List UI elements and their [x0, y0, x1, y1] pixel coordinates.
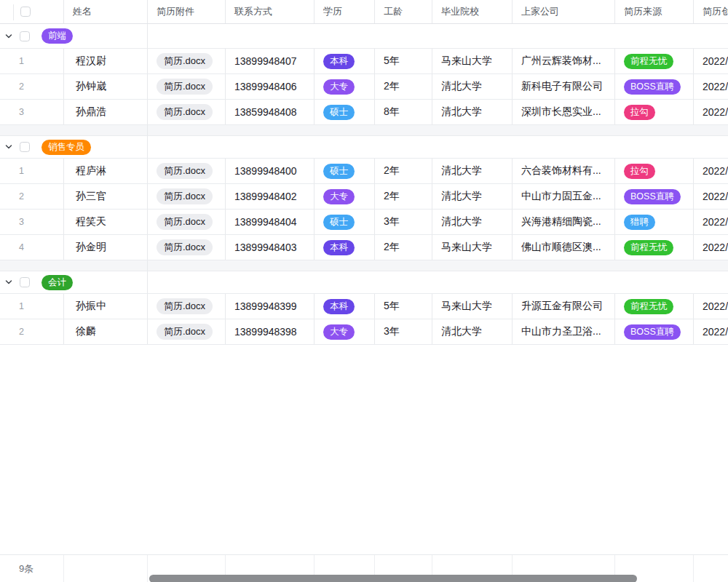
- attachment-chip[interactable]: 简历.docx: [157, 239, 213, 255]
- cell-school[interactable]: 清北大学: [432, 74, 513, 99]
- cell-created[interactable]: 2022/: [694, 100, 728, 124]
- attachment-chip[interactable]: 简历.docx: [157, 163, 213, 179]
- cell-attachment[interactable]: 简历.docx: [148, 210, 226, 234]
- cell-education[interactable]: 本科: [314, 235, 375, 260]
- cell-phone[interactable]: 13899948407: [226, 49, 314, 73]
- cell-phone[interactable]: 13899948403: [226, 235, 314, 260]
- chevron-down-icon[interactable]: [4, 143, 13, 151]
- cell-created[interactable]: 2022/: [694, 159, 728, 183]
- cell-attachment[interactable]: 简历.docx: [148, 294, 226, 319]
- column-header-attachment[interactable]: 简历附件: [148, 0, 226, 23]
- cell-name[interactable]: 程汉尉: [64, 49, 148, 73]
- cell-education[interactable]: 大专: [314, 74, 375, 99]
- chevron-down-icon[interactable]: [4, 278, 13, 287]
- column-header-select[interactable]: [0, 0, 64, 23]
- cell-years[interactable]: 2年: [375, 235, 432, 260]
- cell-years[interactable]: 3年: [375, 210, 432, 234]
- cell-education[interactable]: 硕士: [314, 210, 375, 234]
- cell-phone[interactable]: 13899948404: [226, 210, 314, 234]
- cell-years[interactable]: 5年: [375, 49, 432, 73]
- cell-attachment[interactable]: 简历.docx: [148, 100, 226, 124]
- column-header-school[interactable]: 毕业院校: [432, 0, 513, 23]
- cell-created[interactable]: 2022/: [694, 210, 728, 234]
- cell-phone[interactable]: 13899948400: [226, 159, 314, 183]
- horizontal-scrollbar-thumb[interactable]: [149, 575, 637, 582]
- select-all-checkbox[interactable]: [20, 7, 31, 17]
- cell-attachment[interactable]: 简历.docx: [148, 49, 226, 73]
- cell-company[interactable]: 兴海港精细陶瓷...: [513, 210, 615, 234]
- column-header-source[interactable]: 简历来源: [615, 0, 694, 23]
- cell-school[interactable]: 马来山大学: [432, 294, 513, 319]
- cell-education[interactable]: 大专: [314, 319, 375, 344]
- cell-source[interactable]: BOSS直聘: [615, 184, 694, 209]
- attachment-chip[interactable]: 简历.docx: [157, 53, 213, 69]
- cell-years[interactable]: 3年: [375, 319, 432, 344]
- cell-company[interactable]: 中山市力圣卫浴...: [513, 319, 615, 344]
- cell-name[interactable]: 孙振中: [64, 294, 148, 319]
- cell-attachment[interactable]: 简历.docx: [148, 159, 226, 183]
- cell-school[interactable]: 清北大学: [432, 159, 513, 183]
- cell-created[interactable]: 2022/: [694, 235, 728, 260]
- cell-school[interactable]: 马来山大学: [432, 235, 513, 260]
- cell-source[interactable]: BOSS直聘: [615, 74, 694, 99]
- cell-company[interactable]: 中山市力固五金...: [513, 184, 615, 209]
- cell-source[interactable]: 前程无忧: [615, 294, 694, 319]
- column-header-education[interactable]: 学历: [314, 0, 375, 23]
- group-checkbox[interactable]: [20, 31, 30, 41]
- cell-company[interactable]: 新科电子有限公司: [513, 74, 615, 99]
- column-header-name[interactable]: 姓名: [64, 0, 148, 23]
- cell-created[interactable]: 2022/: [694, 49, 728, 73]
- cell-education[interactable]: 本科: [314, 49, 375, 73]
- cell-name[interactable]: 孙金明: [64, 235, 148, 260]
- cell-company[interactable]: 六合装饰材料有...: [513, 159, 615, 183]
- cell-company[interactable]: 升源五金有限公司: [513, 294, 615, 319]
- column-header-years[interactable]: 工龄: [375, 0, 432, 23]
- cell-education[interactable]: 硕士: [314, 100, 375, 124]
- cell-source[interactable]: 前程无忧: [615, 235, 694, 260]
- column-header-created[interactable]: 简历创建时间: [694, 0, 728, 23]
- attachment-chip[interactable]: 简历.docx: [157, 188, 213, 204]
- cell-created[interactable]: 2022/: [694, 74, 728, 99]
- cell-source[interactable]: 猎聘: [615, 210, 694, 234]
- cell-attachment[interactable]: 简历.docx: [148, 184, 226, 209]
- cell-created[interactable]: 2022/: [694, 184, 728, 209]
- cell-years[interactable]: 2年: [375, 184, 432, 209]
- cell-attachment[interactable]: 简历.docx: [148, 235, 226, 260]
- column-header-phone[interactable]: 联系方式: [226, 0, 314, 23]
- attachment-chip[interactable]: 简历.docx: [157, 214, 213, 230]
- cell-school[interactable]: 清北大学: [432, 100, 513, 124]
- cell-phone[interactable]: 13899948406: [226, 74, 314, 99]
- cell-company[interactable]: 深圳市长恩实业...: [513, 100, 615, 124]
- cell-education[interactable]: 本科: [314, 294, 375, 319]
- cell-created[interactable]: 2022/: [694, 294, 728, 319]
- cell-phone[interactable]: 13899948402: [226, 184, 314, 209]
- cell-education[interactable]: 大专: [314, 184, 375, 209]
- cell-attachment[interactable]: 简历.docx: [148, 319, 226, 344]
- attachment-chip[interactable]: 简历.docx: [157, 298, 213, 314]
- chevron-down-icon[interactable]: [4, 32, 13, 41]
- group-checkbox[interactable]: [20, 277, 30, 287]
- cell-years[interactable]: 2年: [375, 159, 432, 183]
- cell-school[interactable]: 清北大学: [432, 184, 513, 209]
- cell-years[interactable]: 5年: [375, 294, 432, 319]
- attachment-chip[interactable]: 简历.docx: [157, 79, 213, 95]
- cell-created[interactable]: 2022/: [694, 319, 728, 344]
- cell-name[interactable]: 孙钟崴: [64, 74, 148, 99]
- cell-school[interactable]: 清北大学: [432, 319, 513, 344]
- cell-years[interactable]: 2年: [375, 74, 432, 99]
- attachment-chip[interactable]: 简历.docx: [157, 324, 213, 340]
- cell-source[interactable]: 前程无忧: [615, 49, 694, 73]
- cell-name[interactable]: 孙鼎浩: [64, 100, 148, 124]
- group-checkbox[interactable]: [20, 142, 30, 152]
- cell-phone[interactable]: 13899948399: [226, 294, 314, 319]
- attachment-chip[interactable]: 简历.docx: [157, 104, 213, 120]
- cell-phone[interactable]: 13899948398: [226, 319, 314, 344]
- cell-source[interactable]: 拉勾: [615, 100, 694, 124]
- cell-source[interactable]: BOSS直聘: [615, 319, 694, 344]
- cell-name[interactable]: 徐麟: [64, 319, 148, 344]
- cell-name[interactable]: 程笑天: [64, 210, 148, 234]
- cell-school[interactable]: 清北大学: [432, 210, 513, 234]
- cell-company[interactable]: 佛山市顺德区澳...: [513, 235, 615, 260]
- cell-school[interactable]: 马来山大学: [432, 49, 513, 73]
- cell-name[interactable]: 程庐淋: [64, 159, 148, 183]
